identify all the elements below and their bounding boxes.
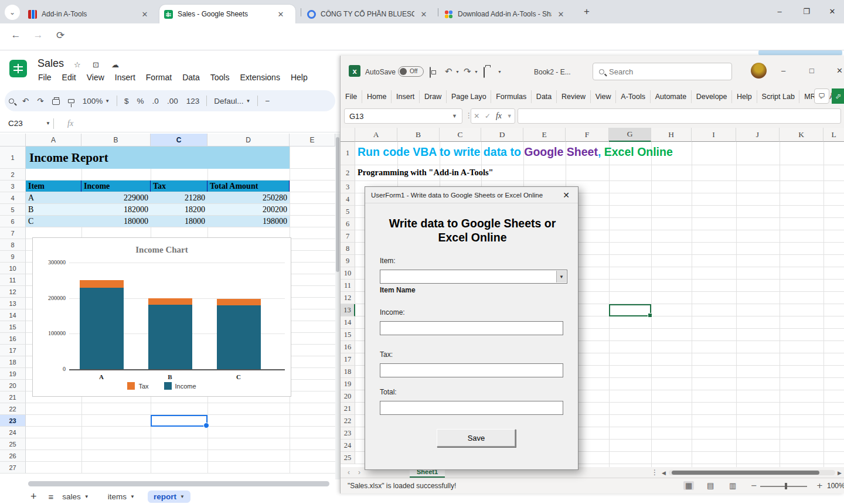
row-header-21[interactable]: 21	[0, 391, 26, 403]
table-data-cell[interactable]: 21280	[151, 192, 207, 204]
sheets-menu-tools[interactable]: Tools	[205, 71, 235, 84]
reload-icon[interactable]: ⟳	[53, 29, 68, 42]
all-sheets-icon[interactable]: ≡	[49, 492, 53, 502]
undo-icon[interactable]: ↶	[22, 96, 29, 105]
row-header-27[interactable]: 27	[0, 462, 26, 474]
table-data-cell[interactable]: A	[26, 192, 81, 204]
row-header-17[interactable]: 17	[341, 353, 355, 366]
new-tab-button[interactable]: +	[584, 6, 590, 18]
selected-cell[interactable]	[151, 415, 207, 427]
table-data-cell[interactable]: 18000	[151, 216, 207, 227]
forward-icon[interactable]: →	[30, 29, 46, 41]
grid-corner[interactable]	[341, 128, 355, 142]
row-header-20[interactable]: 20	[0, 380, 26, 391]
row-header-16[interactable]: 16	[341, 341, 355, 353]
sheets-menu-file[interactable]: File	[33, 71, 57, 84]
income-field[interactable]	[380, 321, 563, 335]
browser-maximize-button[interactable]: ❐	[794, 0, 819, 22]
ribbon-tab-script-lab[interactable]: Script Lab	[757, 90, 800, 103]
row-header-11[interactable]: 11	[341, 280, 355, 292]
tab-close-icon[interactable]: ✕	[419, 10, 428, 19]
column-header-A[interactable]: A	[26, 134, 81, 147]
redo-icon[interactable]: ↷	[464, 66, 471, 77]
row-header-20[interactable]: 20	[341, 390, 355, 403]
row-header-26[interactable]: 26	[0, 450, 26, 462]
tab-close-icon[interactable]: ✕	[276, 10, 285, 19]
row-header-25[interactable]: 25	[341, 452, 355, 464]
column-header-H[interactable]: H	[651, 128, 692, 142]
row-header-22[interactable]: 22	[341, 415, 355, 427]
row-header-25[interactable]: 25	[0, 438, 26, 450]
column-header-D[interactable]: D	[207, 134, 290, 147]
ribbon-tab-formulas[interactable]: Formulas	[491, 90, 532, 103]
table-data-cell[interactable]: 182000	[81, 204, 151, 216]
save-button[interactable]: Save	[437, 429, 516, 447]
column-header-B[interactable]: B	[397, 128, 440, 142]
column-header-C[interactable]: C	[151, 134, 207, 147]
table-data-cell[interactable]: B	[26, 204, 81, 216]
print-icon[interactable]	[52, 97, 60, 105]
row-header-14[interactable]: 14	[0, 309, 26, 321]
ribbon-tab-help[interactable]: Help	[732, 90, 757, 103]
more-formats-button[interactable]: 123	[186, 97, 200, 105]
sheets-menu-help[interactable]: Help	[285, 71, 313, 84]
sheets-menu-insert[interactable]: Insert	[110, 71, 141, 84]
normal-view-icon[interactable]: ▦	[683, 481, 694, 490]
row-header-24[interactable]: 24	[341, 440, 355, 452]
excel-maximize-button[interactable]: □	[809, 66, 814, 75]
comments-icon[interactable]: 🗩	[814, 88, 829, 104]
item-combobox[interactable]: ▼	[380, 270, 567, 284]
row-header-19[interactable]: 19	[341, 378, 355, 390]
tab-search-button[interactable]: ⌄	[5, 5, 20, 20]
table-header-cell[interactable]: Income	[81, 181, 151, 192]
row-header-11[interactable]: 11	[0, 274, 26, 286]
row-header-18[interactable]: 18	[0, 356, 26, 368]
row-header-10[interactable]: 10	[341, 267, 355, 280]
row-header-4[interactable]: 4	[0, 192, 26, 204]
sheets-vertical-scrollbar[interactable]	[335, 134, 340, 479]
next-sheet-icon[interactable]: ›	[358, 468, 360, 476]
row-header-13[interactable]: 13	[341, 304, 355, 316]
undo-dropdown-icon[interactable]: ▼	[455, 70, 460, 74]
excel-horizontal-scrollbar[interactable]	[669, 470, 835, 475]
ribbon-tab-insert[interactable]: Insert	[392, 90, 420, 103]
row-header-6[interactable]: 6	[0, 216, 26, 227]
row-header-9[interactable]: 9	[0, 251, 26, 263]
ribbon-tab-automate[interactable]: Automate	[651, 90, 692, 103]
row-header-1[interactable]: 1	[341, 142, 355, 165]
grid-corner[interactable]	[0, 134, 26, 147]
scroll-left-icon[interactable]: ◀	[662, 470, 666, 476]
column-header-G[interactable]: G	[609, 128, 651, 142]
sheets-menu-edit[interactable]: Edit	[57, 71, 81, 84]
ribbon-tab-file[interactable]: File	[341, 90, 362, 103]
search-icon[interactable]	[9, 98, 14, 104]
sheet-tab-sales[interactable]: sales▼	[56, 491, 94, 503]
row-header-5[interactable]: 5	[0, 204, 26, 216]
row-header-12[interactable]: 12	[341, 292, 355, 304]
column-header-B[interactable]: B	[81, 134, 151, 147]
browser-tab[interactable]: Add-in A-Tools✕	[23, 5, 159, 23]
save-icon[interactable]	[430, 67, 431, 77]
page-layout-view-icon[interactable]: ▤	[707, 481, 714, 490]
row-header-12[interactable]: 12	[0, 286, 26, 298]
ribbon-tab-data[interactable]: Data	[532, 90, 557, 103]
row-header-15[interactable]: 15	[341, 329, 355, 341]
table-data-cell[interactable]: 198000	[207, 216, 290, 227]
sheets-menu-format[interactable]: Format	[141, 71, 177, 84]
row-header-18[interactable]: 18	[341, 366, 355, 378]
font-select[interactable]: Defaul...▼	[214, 97, 250, 105]
column-header-F[interactable]: F	[566, 128, 609, 142]
zoom-in-icon[interactable]: +	[816, 481, 823, 490]
browser-close-button[interactable]: ✕	[819, 0, 844, 22]
row-header-6[interactable]: 6	[341, 218, 355, 230]
ribbon-tab-a-tools[interactable]: A-Tools	[616, 90, 650, 103]
tax-field[interactable]	[380, 363, 563, 377]
embedded-chart[interactable]: Income Chart0100000200000300000ABCTaxInc…	[32, 237, 291, 397]
combo-dropdown-icon[interactable]: ▼	[556, 271, 566, 282]
row-header-22[interactable]: 22	[0, 403, 26, 415]
format-percent-button[interactable]: %	[137, 97, 144, 105]
column-header-A[interactable]: A	[355, 128, 397, 142]
ribbon-tab-home[interactable]: Home	[362, 90, 392, 103]
browser-tab[interactable]: CÔNG TY CỔ PHẦN BLUESOFTS✕	[302, 5, 438, 23]
table-data-cell[interactable]: 180000	[81, 216, 151, 227]
